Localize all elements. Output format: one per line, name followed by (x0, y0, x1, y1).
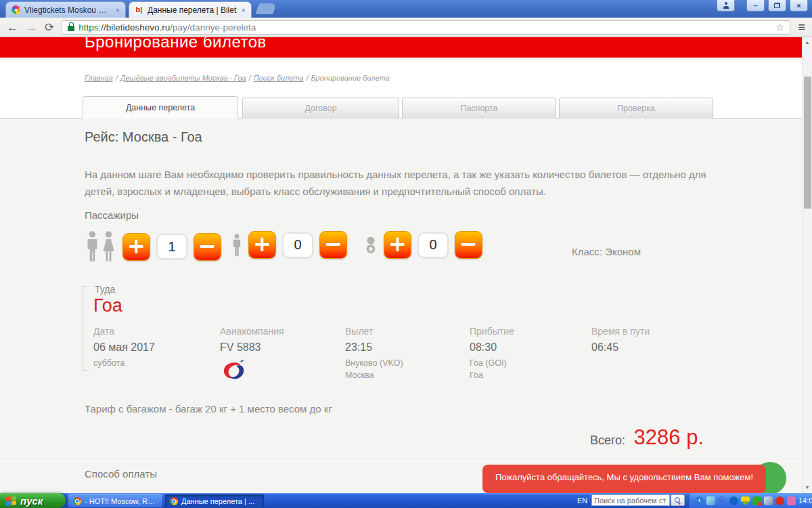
page-title: Бронирование билетов (85, 37, 267, 51)
network-status-icon[interactable] (752, 496, 761, 505)
breadcrumb-home[interactable]: Главная (85, 74, 113, 82)
restore-button[interactable] (768, 0, 786, 12)
taskbar-item-dannye-pereleta[interactable]: Данные перелета | ... (165, 494, 264, 507)
tab-contract[interactable]: Договор (242, 98, 399, 119)
pinwheel-favicon-icon (12, 5, 20, 14)
vertical-scrollbar[interactable]: ▲ ▼ (802, 37, 812, 493)
padlock-icon (68, 26, 74, 31)
scroll-up-icon[interactable]: ▲ (803, 37, 812, 48)
browser-tab-dannye-pereleta[interactable]: b| Данные перелета | Bilet × (129, 1, 252, 18)
tab-flight-data[interactable]: Данные перелета (83, 96, 238, 119)
new-tab-button[interactable] (255, 3, 276, 14)
adults-minus-button[interactable]: − (194, 233, 221, 261)
adults-plus-button[interactable]: + (122, 233, 150, 261)
tariff-text: Тариф с багажом - багаж 20 кг + 1 место … (85, 403, 332, 415)
children-counter: + − (231, 231, 347, 259)
date-label: Дата (93, 326, 155, 337)
arrival-time: 08:30 (470, 341, 514, 354)
removable-media-icon[interactable] (787, 496, 796, 505)
breadcrumb-current: Бронирование билета (311, 74, 389, 82)
chat-message-bubble[interactable]: Пожалуйста обращайтесь, Мы с удовольстви… (482, 465, 766, 493)
bookmark-star-icon[interactable]: ☆ (775, 21, 784, 33)
tab-title: Данные перелета | Bilet (148, 5, 238, 15)
desktop-search-button[interactable] (671, 494, 685, 506)
weekday-value: суббота (93, 357, 155, 369)
start-button[interactable]: пуск (0, 493, 66, 508)
antivirus-icon[interactable] (775, 496, 784, 505)
passengers-label: Пассажиры (85, 209, 139, 221)
url-scheme: https (78, 22, 98, 33)
taskbar: пуск - HOT!! Moscow, Rus... Данные перел… (0, 493, 812, 508)
infants-minus-button[interactable]: − (455, 231, 482, 259)
departure-column: Вылет 23:15 Внуково (VKO) Москва (345, 326, 403, 381)
security-shield-icon[interactable] (741, 496, 750, 505)
departure-city: Москва (345, 369, 403, 381)
tab-verification[interactable]: Проверка (559, 98, 713, 119)
duration-label: Время в пути (591, 326, 650, 337)
chrome-icon (73, 497, 81, 505)
tab-passports[interactable]: Паспорта (402, 98, 556, 119)
restore-icon (774, 3, 780, 8)
minimize-button[interactable]: – (746, 0, 765, 12)
date-column: Дата 06 мая 2017 суббота (93, 326, 155, 369)
children-count-input[interactable] (282, 232, 313, 258)
departure-airport: Внуково (VKO) (345, 357, 403, 369)
segment-bracket (83, 286, 89, 371)
tab-title: Vliegtickets Moskou Goa - Go (24, 5, 112, 15)
browser-titlebar: Vliegtickets Moskou Goa - Go × b| Данные… (0, 0, 812, 18)
profile-button[interactable] (717, 0, 735, 12)
children-plus-button[interactable]: + (248, 231, 276, 259)
tab-close-icon[interactable]: × (242, 6, 246, 14)
adults-counter: + − (85, 231, 221, 262)
service-class-label: Класс: Эконом (572, 246, 641, 257)
breadcrumb: Главная/Дешёвые авиабилеты Москва - Гоа/… (85, 74, 390, 82)
hide-icons-chevron[interactable]: ‹ (695, 496, 704, 505)
taskbar-item-hot-moscow[interactable]: - HOT!! Moscow, Rus... (68, 494, 162, 507)
infants-plus-button[interactable]: + (384, 231, 411, 259)
system-tray-icon[interactable] (706, 496, 715, 505)
address-bar[interactable]: https://biletideshevo.ru/pay/dannye-pere… (62, 20, 790, 35)
scroll-down-icon[interactable]: ▼ (803, 482, 812, 493)
desktop-search-input[interactable] (591, 494, 670, 506)
system-tray: ‹ 14:00 (689, 493, 812, 508)
tab-content: Рейс: Москва - Гоа На данном шаге Вам не… (0, 119, 802, 493)
menu-icon[interactable]: ≡ (798, 20, 805, 35)
forward-button[interactable]: → (26, 22, 37, 33)
page-viewport: Бронирование билетов Главная/Дешёвые ави… (0, 37, 802, 493)
airline-label: Авиакомпания (220, 326, 284, 337)
url-path: /pay/dannye-pereleta (170, 22, 256, 33)
person-icon (723, 2, 729, 9)
breadcrumb-tickets[interactable]: Дешёвые авиабилеты Москва - Гоа (120, 74, 246, 82)
close-button[interactable]: × (790, 0, 808, 12)
magnifier-tray-icon[interactable] (718, 496, 727, 505)
language-indicator[interactable]: EN (577, 493, 587, 508)
intro-text: На данном шаге Вам необходимо проверить … (85, 166, 726, 200)
payment-method-label: Способ оплаты (85, 468, 157, 480)
browser-tab-vliegtickets[interactable]: Vliegtickets Moskou Goa - Go × (5, 1, 126, 18)
bluetooth-icon[interactable] (729, 496, 738, 505)
taskbar-clock[interactable]: 14:00 (798, 496, 812, 505)
divider (0, 461, 802, 462)
children-minus-button[interactable]: − (319, 231, 347, 259)
desktop-screen: Vliegtickets Moskou Goa - Go × b| Данные… (0, 0, 812, 508)
arrival-label: Прибытие (470, 326, 514, 337)
reload-button[interactable]: ⟳ (45, 22, 54, 33)
infant-icon (364, 236, 378, 254)
divider (0, 154, 802, 155)
tab-close-icon[interactable]: × (116, 6, 120, 14)
back-button[interactable]: ← (7, 22, 18, 33)
infants-counter: + − (364, 231, 482, 259)
infants-count-input[interactable] (418, 232, 449, 258)
url-host: ://biletideshevo.ru (99, 22, 171, 33)
scrollbar-thumb[interactable] (804, 77, 811, 209)
browser-toolbar: ← → ⟳ https://biletideshevo.ru/pay/danny… (0, 18, 812, 37)
date-value: 06 мая 2017 (93, 341, 155, 354)
windows-logo-icon (6, 496, 16, 506)
airline-logo-icon (220, 359, 284, 385)
breadcrumb-search[interactable]: Поиск билета (254, 74, 304, 82)
arrival-column: Прибытие 08:30 Гоа (GOI) Гоа (470, 326, 514, 381)
device-icon[interactable] (764, 496, 773, 505)
chrome-icon (170, 497, 178, 505)
child-icon (231, 234, 242, 257)
adults-count-input[interactable] (156, 234, 187, 259)
